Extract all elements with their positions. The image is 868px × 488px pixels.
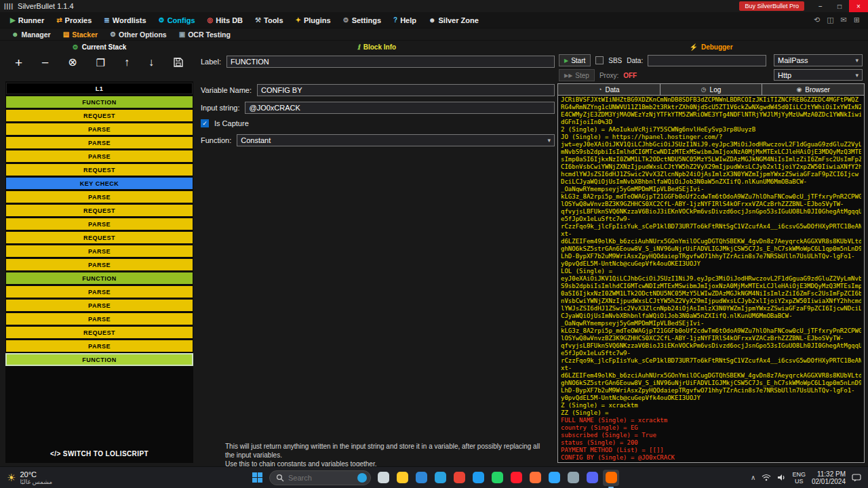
clock[interactable]: 11:32 PM 02/01/2024 (812, 470, 846, 485)
menu-item-tools[interactable]: ⚒Tools (249, 12, 289, 28)
taskbar-app-photoshop[interactable] (546, 470, 562, 486)
stack-block-key-check[interactable]: KEY CHECK (6, 178, 193, 189)
clone-block-button[interactable]: ❐ (96, 58, 105, 68)
maximize-button[interactable]: □ (830, 0, 849, 12)
subtab-ocr-testing[interactable]: ▣OCR Testing (173, 28, 237, 40)
label-input[interactable] (226, 56, 555, 68)
log-line: xt- (561, 230, 861, 238)
tab-log[interactable]: ◷Log (660, 84, 763, 95)
search-input[interactable] (288, 474, 351, 482)
add-block-button[interactable]: + (15, 56, 22, 69)
debug-start-button[interactable]: ▶ Start (559, 54, 591, 66)
taskbar-app-telegram[interactable] (432, 470, 448, 486)
app-title: SilverBullet 1.1.4 (18, 2, 74, 10)
buy-pro-button[interactable]: Buy SilverBullet Pro (739, 1, 804, 11)
show-hidden-icons-button[interactable]: ∧ (751, 474, 755, 481)
stack-block-request[interactable]: REQUEST (6, 232, 193, 243)
debug-step-button[interactable]: ▶▶ Step (559, 69, 595, 81)
stack-block-parse[interactable]: PARSE (6, 300, 193, 311)
log-line: sImp0aSI6IjkxNzI0ZWM1LTk2ODctNDU5NC05MzY… (561, 156, 861, 163)
menu-item-proxies[interactable]: ⇄Proxies (50, 12, 98, 28)
taskbar-app-opera[interactable] (508, 470, 524, 486)
taskbar-app-firefox[interactable] (527, 470, 543, 486)
step-label: Step (575, 72, 589, 79)
is-capture-checkbox[interactable]: ✓ (201, 119, 209, 127)
menu-item-hits-db[interactable]: ◎Hits DB (201, 12, 249, 28)
tab-data[interactable]: ◔Data (558, 84, 660, 95)
taskbar-apps (375, 470, 619, 486)
wordlist-type-select[interactable]: MailPass ▾ (774, 54, 863, 66)
disable-block-button[interactable]: ⊗ (68, 57, 77, 68)
stack-block-function[interactable]: FUNCTION (6, 354, 193, 365)
minimize-button[interactable]: − (811, 0, 830, 12)
stack-block-parse[interactable]: PARSE (6, 137, 193, 148)
move-down-button[interactable]: ↓ (149, 57, 154, 68)
stack-block-parse[interactable]: PARSE (6, 313, 193, 325)
tab-browser[interactable]: ◉Browser (762, 84, 864, 95)
stack-block-parse[interactable]: PARSE (6, 218, 193, 230)
menu-item-runner[interactable]: ▶Runner (4, 12, 50, 28)
variable-name-input[interactable] (257, 84, 555, 96)
menu-item-configs[interactable]: ⚙Configs (153, 12, 201, 28)
stack-block-parse[interactable]: PARSE (6, 191, 193, 203)
taskbar-app-discord[interactable] (584, 470, 600, 486)
subtab-other-options[interactable]: ⚙Other Options (104, 28, 173, 40)
wifi-icon[interactable] (762, 474, 771, 481)
start-button[interactable] (249, 470, 265, 486)
taskbar-app-steam[interactable] (565, 470, 581, 486)
taskbar-app-vscode[interactable] (470, 470, 486, 486)
stack-block-parse[interactable]: PARSE (6, 340, 193, 352)
proxy-toggle[interactable]: OFF (623, 72, 637, 79)
stack-block-request[interactable]: REQUEST (6, 164, 193, 176)
stack-block-request[interactable]: REQUEST (6, 205, 193, 216)
stack-block-request[interactable]: REQUEST (6, 110, 193, 121)
stack-block-parse[interactable]: PARSE (6, 150, 193, 162)
log-line: E4CWMyZjE3ZDM3YjMAOWEzYzNjYTFkYTM5ZWRiOW… (561, 111, 861, 119)
debug-data-input[interactable] (648, 55, 766, 66)
taskbar-app-task-view[interactable] (375, 470, 391, 486)
notifications-icon[interactable] (852, 474, 861, 482)
stack-block-function[interactable]: FUNCTION (6, 96, 193, 108)
weather-widget[interactable]: ☀ 20°C مشمس غالبًا (0, 467, 59, 488)
log-line: S9sb2dpbiIsImlhdCI6MTcwNDIzMTExMSwibmJmI… (561, 283, 861, 290)
apps-icon[interactable]: ⊞ (854, 16, 860, 24)
screenshot-icon[interactable]: ◫ (827, 16, 833, 24)
function-select[interactable]: Constant ▾ (237, 134, 555, 146)
history-icon[interactable]: ⟲ (814, 16, 820, 24)
taskbar-app-chrome[interactable] (451, 470, 467, 486)
proxy-type-select[interactable]: Http ▾ (774, 69, 863, 81)
subtab-manager[interactable]: ☻Manager (5, 28, 57, 40)
menu-item-silver-zone[interactable]: ☻Silver Zone (422, 12, 485, 28)
close-button[interactable]: × (849, 0, 868, 12)
stack-block-parse[interactable]: PARSE (6, 245, 193, 257)
stack-block-parse[interactable]: PARSE (6, 286, 193, 298)
menu-item-plugins[interactable]: ✦Plugins (290, 12, 337, 28)
menu-item-wordlists[interactable]: ≣Wordlists (98, 12, 152, 28)
switch-to-loliscript-button[interactable]: </> SWITCH TO LOLISCRIPT (5, 450, 193, 458)
move-up-button[interactable]: ↑ (124, 57, 130, 68)
taskbar-app-whatsapp[interactable] (489, 470, 505, 486)
chat-icon[interactable]: ✉ (841, 16, 847, 24)
log-output[interactable]: JCRiBVSFJXtWIiNHZtBG9XDZKnCmNnDB8SDFB3dZ… (557, 95, 865, 463)
taskbar-search[interactable] (269, 470, 371, 485)
save-config-button[interactable] (173, 57, 184, 68)
stack-block-parse[interactable]: PARSE (6, 259, 193, 270)
taskbar-app-edge[interactable] (413, 470, 429, 486)
volume-icon[interactable] (777, 474, 786, 481)
log-line: lOSYwQ8wVnvzBZ3K9GZHHCS0XC2CfL-ABY-1jzNY… (561, 201, 861, 208)
language-switcher[interactable]: ENG US (792, 471, 806, 485)
taskbar-app-file-explorer[interactable] (394, 470, 410, 486)
log-line: LhD-BypXF7b2uM9WriAsxZpyHQOdaiepTRgvfwO7… (561, 253, 861, 260)
stack-block-request[interactable]: REQUEST (6, 327, 193, 338)
input-string-input[interactable] (245, 102, 555, 114)
menu-item-settings[interactable]: ⚙Settings (337, 12, 387, 28)
menu-item-help[interactable]: ?Help (387, 12, 422, 28)
subtab-stacker[interactable]: ▤Stacker (57, 28, 104, 40)
proxies-icon: ⇄ (56, 16, 62, 24)
stack-block-function[interactable]: FUNCTION (6, 272, 193, 284)
taskbar-app-silverbullet[interactable] (603, 470, 619, 486)
sbs-checkbox[interactable] (595, 56, 604, 64)
stack-block-l1[interactable]: L1 (6, 83, 193, 94)
remove-block-button[interactable]: − (41, 56, 49, 69)
stack-block-parse[interactable]: PARSE (6, 123, 193, 135)
